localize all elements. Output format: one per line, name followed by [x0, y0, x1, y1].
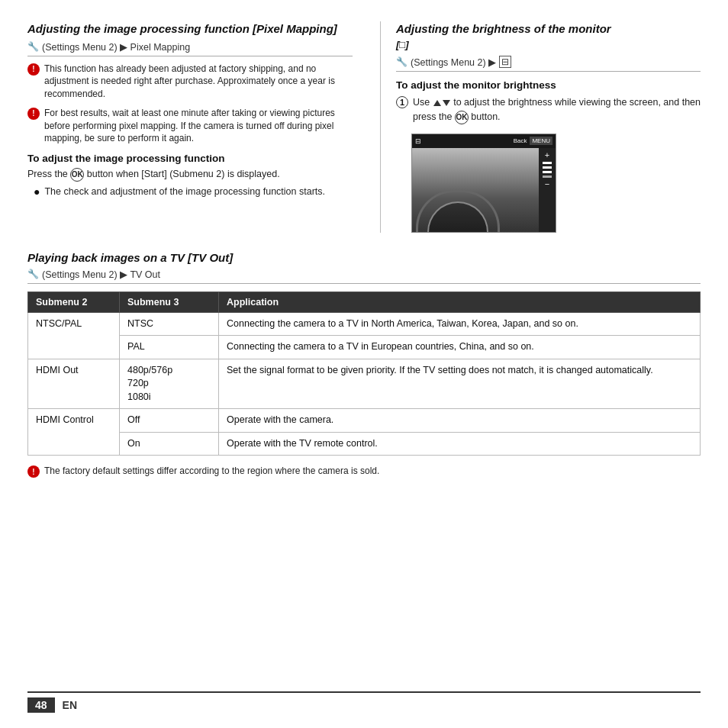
bullet-text-1: The check and adjustment of the image pr… [44, 185, 325, 199]
minus-icon: − [545, 180, 549, 188]
warning-text-2: For best results, wait at least one minu… [44, 107, 353, 145]
triangle-up-icon [433, 100, 441, 106]
monitor-image [412, 148, 539, 232]
top-section: Adjusting the image processing function … [27, 21, 701, 233]
monitor-icon-menu: ⊟ [499, 56, 511, 68]
warning-icon-bottom: ! [27, 465, 40, 478]
brightness-bar-3 [543, 171, 552, 173]
left-menu-path: 🔧 (Settings Menu 2) ▶ Pixel Mapping [27, 41, 353, 56]
col-header-app: Application [219, 292, 701, 312]
right-menu-path-text: (Settings Menu 2) ▶ [411, 56, 496, 68]
warning-block-1: ! This function has already been adjuste… [27, 63, 353, 101]
monitor-sidebar: + − [539, 148, 556, 232]
table-row: PAL Connecting the camera to a TV in Eur… [28, 336, 701, 359]
right-menu-path: 🔧 (Settings Menu 2) ▶ ⊟ [396, 56, 701, 72]
cell-hdmi-control: HDMI Control [28, 409, 120, 456]
cell-off-app: Operate with the camera. [219, 409, 701, 433]
bottom-note: ! The factory default settings differ ac… [27, 465, 701, 478]
cell-hdmi-formats: 480p/576p720p1080i [120, 359, 219, 409]
bottom-section: Playing back images on a TV [TV Out] 🔧 (… [27, 251, 701, 679]
back-label: Back [514, 137, 527, 144]
monitor-icon-small: ⊟ [415, 137, 421, 145]
warning-block-2: ! For best results, wait at least one mi… [27, 107, 353, 145]
page-number: 48 [27, 697, 55, 713]
tv-menu-path-text: (Settings Menu 2) ▶ TV Out [42, 269, 160, 280]
wrench-icon: 🔧 [27, 41, 39, 52]
brightness-bar-4 [543, 176, 552, 178]
cell-hdmi-out: HDMI Out [28, 359, 120, 409]
cell-pal-app: Connecting the camera to a TV in Europea… [219, 336, 701, 359]
step-text-1: Use to adjust the brightness while viewi… [413, 95, 701, 124]
ok-button-inline: OK [70, 168, 84, 182]
table-row: HDMI Out 480p/576p720p1080i Set the sign… [28, 359, 701, 409]
brightness-bar-1 [543, 162, 552, 164]
column-divider [380, 21, 381, 233]
bullet-item-1: ● The check and adjustment of the image … [34, 185, 353, 200]
table-row: HDMI Control Off Operate with the camera… [28, 409, 701, 433]
cell-hdmi-out-app: Set the signal format to be given priori… [219, 359, 701, 409]
table-row: On Operate with the TV remote control. [28, 432, 701, 456]
left-column: Adjusting the image processing function … [27, 21, 371, 233]
cell-ntsc-app: Connecting the camera to a TV in North A… [219, 312, 701, 336]
cell-on-app: Operate with the TV remote control. [219, 432, 701, 456]
bullet-dot-1: ● [34, 185, 40, 200]
brightness-bar-2 [543, 166, 552, 169]
tv-section-title: Playing back images on a TV [TV Out] [27, 251, 701, 264]
cell-off: Off [120, 409, 219, 433]
monitor-topbar: ⊟ Back MENU [412, 134, 556, 148]
monitor-icon-title: [□] [396, 39, 409, 50]
cell-ntscpal: NTSC/PAL [28, 312, 120, 359]
page-lang: EN [63, 699, 77, 711]
tv-menu-path: 🔧 (Settings Menu 2) ▶ TV Out [27, 269, 701, 284]
cell-on: On [120, 432, 219, 456]
ok-button-step: OK [455, 111, 469, 124]
right-column: Adjusting the brightness of the monitor … [390, 21, 701, 233]
warning-icon-1: ! [27, 63, 40, 76]
table-header-row: Submenu 2 Submenu 3 Application [28, 292, 701, 312]
plus-icon: + [545, 151, 549, 159]
monitor-preview: ⊟ Back MENU + [411, 134, 556, 233]
left-menu-path-text: (Settings Menu 2) ▶ Pixel Mapping [42, 41, 190, 53]
warning-text-1: This function has already been adjusted … [44, 63, 353, 101]
wrench-icon-right: 🔧 [396, 56, 407, 67]
col-header-sub3: Submenu 3 [120, 292, 219, 312]
footer-note-text: The factory default settings differ acco… [44, 465, 379, 478]
step-number-1: 1 [396, 96, 408, 108]
cell-pal: PAL [120, 336, 219, 359]
right-section-title: Adjusting the brightness of the monitor … [396, 21, 701, 51]
right-title-text: Adjusting the brightness of the monitor [396, 22, 611, 35]
table-row: NTSC/PAL NTSC Connecting the camera to a… [28, 312, 701, 336]
col-header-sub2: Submenu 2 [28, 292, 120, 312]
cell-ntsc: NTSC [120, 312, 219, 336]
page: Adjusting the image processing function … [0, 0, 728, 728]
warning-icon-2: ! [27, 108, 40, 120]
wrench-icon-tv: 🔧 [27, 269, 39, 279]
menu-label: MENU [530, 137, 552, 145]
right-subsection-title: To adjust the monitor brightness [396, 79, 701, 91]
page-footer: 48 EN [27, 691, 701, 713]
triangle-down-icon [443, 100, 450, 106]
tv-table: Submenu 2 Submenu 3 Application NTSC/PAL… [27, 292, 701, 456]
left-body-text: Press the OK button when [Start] (Submen… [27, 167, 353, 182]
step-block-1: 1 Use to adjust the brightness while vie… [396, 95, 701, 124]
left-section-title: Adjusting the image processing function … [27, 21, 353, 37]
left-subsection-title: To adjust the image processing function [27, 153, 353, 164]
